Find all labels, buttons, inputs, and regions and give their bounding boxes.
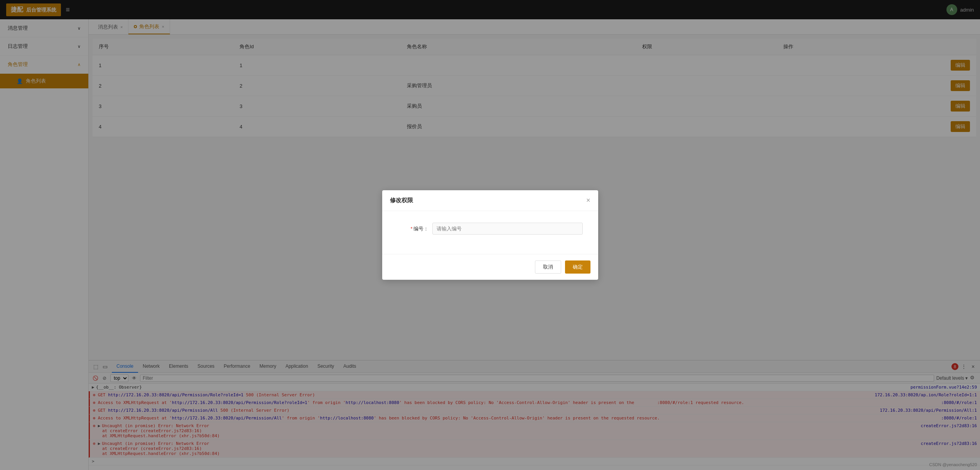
form-label-code: *编号： <box>398 225 428 232</box>
modal-header: 修改权限 × <box>382 190 598 211</box>
modal-dialog: 修改权限 × *编号： 取消 确定 <box>382 190 598 280</box>
modal-close-icon[interactable]: × <box>586 196 590 205</box>
code-input[interactable] <box>432 223 583 235</box>
modal-title: 修改权限 <box>390 197 413 204</box>
confirm-button[interactable]: 确定 <box>565 260 590 274</box>
required-star: * <box>410 226 412 232</box>
modal-overlay: 修改权限 × *编号： 取消 确定 <box>0 0 980 470</box>
form-row-code: *编号： <box>398 223 583 235</box>
modal-footer: 取消 确定 <box>382 254 598 280</box>
modal-body: *编号： <box>382 211 598 254</box>
cancel-button[interactable]: 取消 <box>535 260 561 274</box>
